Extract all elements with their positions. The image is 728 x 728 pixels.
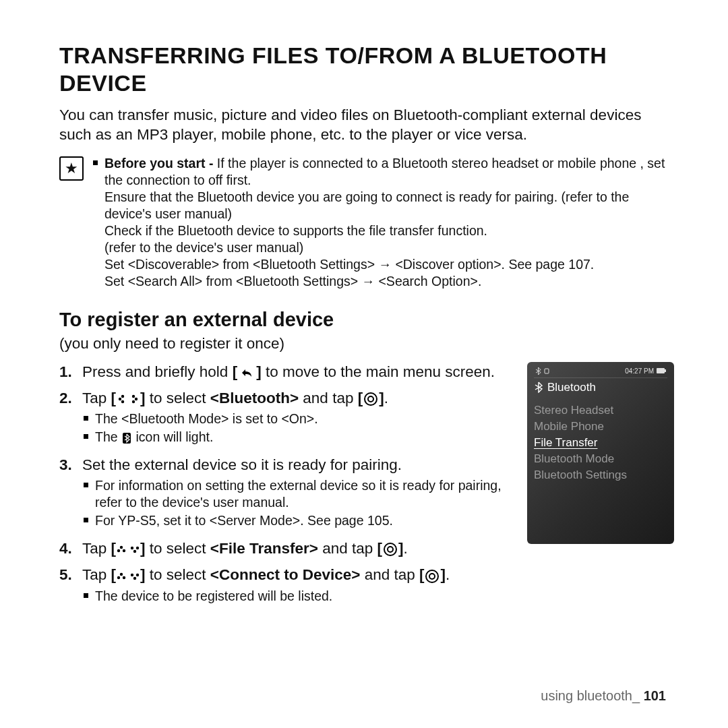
- svg-point-10: [117, 549, 120, 552]
- svg-point-22: [136, 573, 139, 576]
- bullet-icon: [93, 160, 98, 165]
- hold-status-icon: [544, 367, 549, 374]
- svg-rect-27: [665, 369, 666, 372]
- svg-rect-26: [657, 368, 665, 373]
- bluetooth-indicator-icon: [122, 432, 131, 444]
- svg-point-13: [131, 547, 133, 549]
- svg-point-17: [120, 572, 123, 575]
- up-down-dots-icon: [117, 545, 140, 554]
- note-body: Before you start - If the player is conn…: [93, 155, 674, 290]
- note-block: ★ Before you start - If the player is co…: [59, 155, 674, 290]
- bullet-icon: [84, 593, 88, 598]
- select-circle-icon: [383, 542, 398, 557]
- note-line: Ensure that the Bluetooth device you are…: [104, 189, 674, 222]
- step-1: 1. Press and briefly hold [ ] to move to…: [59, 362, 515, 382]
- note-before-label: Before you start -: [104, 156, 213, 171]
- phone-menu-item: Stereo Headset: [534, 402, 667, 419]
- battery-icon: [657, 368, 666, 373]
- manual-page: TRANSFERRING FILES TO/FROM A BLUETOOTH D…: [0, 0, 728, 728]
- phone-menu-item: Mobile Phone: [534, 419, 667, 435]
- back-icon: [238, 366, 255, 380]
- svg-point-5: [132, 400, 135, 403]
- bullet-icon: [84, 483, 88, 487]
- status-left-icons: [535, 367, 549, 375]
- intro-text: You can transfer music, picture and vide…: [59, 105, 674, 145]
- phone-menu: Stereo Headset Mobile Phone File Transfe…: [534, 402, 667, 483]
- svg-point-15: [384, 543, 396, 555]
- svg-point-24: [429, 574, 435, 579]
- svg-point-7: [368, 396, 373, 402]
- step-5: 5. Tap [ ] to select <Connect to Device>…: [59, 565, 515, 607]
- note-line: Check if the Bluetooth device to support…: [104, 222, 674, 239]
- svg-point-18: [117, 576, 120, 578]
- bluetooth-status-icon: [535, 367, 541, 375]
- select-circle-icon: [425, 569, 439, 584]
- note-line: (refer to the device's user manual): [104, 239, 674, 256]
- svg-rect-25: [545, 369, 549, 373]
- steps-column: 1. Press and briefly hold [ ] to move to…: [59, 362, 515, 614]
- page-title: TRANSFERRING FILES TO/FROM A BLUETOOTH D…: [59, 42, 674, 97]
- phone-menu-item: Bluetooth Mode: [534, 451, 667, 467]
- phone-time: 04:27 PM: [625, 367, 654, 375]
- svg-point-4: [132, 395, 135, 398]
- step-2: 2. Tap [ ] to select <Bluetooth> and tap…: [59, 388, 515, 448]
- footer-section: using bluetooth_: [541, 688, 640, 703]
- left-right-dots-icon: [117, 394, 140, 404]
- svg-point-14: [136, 547, 139, 549]
- phone-menu-item-selected: File Transfer: [534, 435, 667, 451]
- footer-page-number: 101: [644, 688, 666, 703]
- bullet-icon: [84, 434, 88, 439]
- svg-point-21: [131, 573, 133, 576]
- svg-point-2: [121, 400, 124, 403]
- phone-status-bar: 04:27 PM: [534, 367, 667, 378]
- note-line: Set <Search All> from <Bluetooth Setting…: [104, 273, 674, 290]
- up-down-dots-icon: [117, 572, 140, 581]
- phone-menu-item: Bluetooth Settings: [534, 467, 667, 483]
- svg-point-3: [135, 398, 138, 400]
- section-subintro: (you only need to register it once): [59, 335, 674, 353]
- page-footer: using bluetooth_ 101: [541, 688, 666, 704]
- step-3: 3. Set the external device so it is read…: [59, 455, 515, 532]
- section-subhead: To register an external device: [59, 309, 674, 331]
- device-screenshot: 04:27 PM Bluetooth Stereo Headset Mobile…: [527, 362, 674, 544]
- bluetooth-icon: [534, 382, 543, 393]
- svg-point-16: [388, 547, 393, 552]
- svg-point-23: [426, 570, 438, 582]
- svg-point-9: [120, 546, 123, 549]
- phone-screen-title: Bluetooth: [534, 381, 667, 394]
- note-star-icon: ★: [59, 156, 84, 181]
- step-4: 4. Tap [ ] to select <File Transfer> and…: [59, 539, 515, 558]
- svg-point-12: [133, 550, 136, 553]
- bullet-icon: [84, 416, 88, 421]
- svg-point-11: [123, 549, 125, 552]
- bullet-icon: [84, 518, 88, 522]
- svg-point-1: [121, 395, 124, 398]
- svg-point-20: [133, 576, 136, 579]
- svg-point-19: [123, 576, 125, 578]
- note-line: Set <Discoverable> from <Bluetooth Setti…: [104, 256, 674, 273]
- svg-point-6: [365, 393, 377, 405]
- svg-point-0: [119, 398, 121, 400]
- select-circle-icon: [363, 392, 378, 406]
